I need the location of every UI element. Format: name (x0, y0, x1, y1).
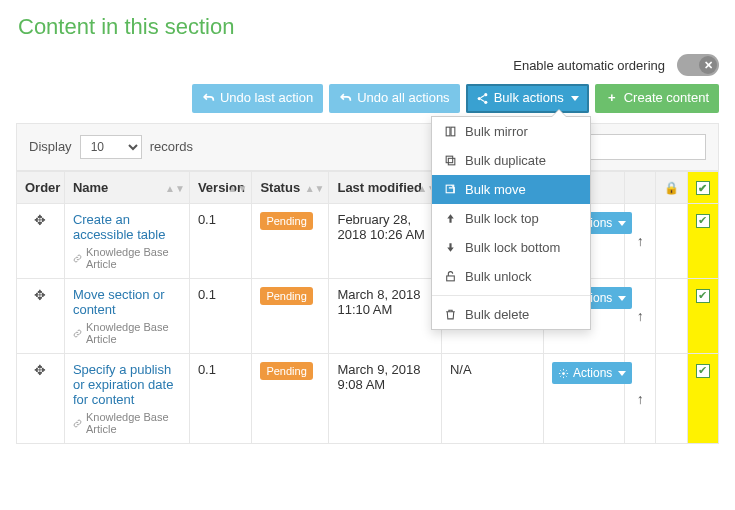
caret-down-icon (571, 96, 579, 101)
row-checkbox[interactable] (696, 214, 710, 228)
toolbar: Undo last action Undo all actions Bulk a… (16, 84, 719, 113)
move-to-top-icon[interactable]: ↑ (637, 233, 644, 249)
auto-ordering-label: Enable automatic ordering (513, 58, 665, 73)
row-checkbox[interactable] (696, 289, 710, 303)
svg-rect-6 (446, 156, 453, 163)
menu-item-label: Bulk delete (465, 307, 529, 322)
content-table: Order Name▲▼ Version▲▼ Status▲▼ Last mod… (16, 171, 719, 445)
menu-item-label: Bulk mirror (465, 124, 528, 139)
undo-all-button[interactable]: Undo all actions (329, 84, 460, 113)
undo-icon (339, 92, 352, 105)
unlock-icon (444, 270, 457, 283)
content-subtype: Knowledge Base Article (73, 411, 181, 435)
bulk-delete-item[interactable]: Bulk delete (432, 300, 590, 329)
last-modified-cell: February 28, 2018 10:26 AM (329, 204, 441, 279)
link-icon (73, 328, 82, 339)
menu-item-label: Bulk unlock (465, 269, 531, 284)
bulk-actions-menu: Bulk mirror Bulk duplicate Bulk move Bul… (431, 116, 591, 330)
button-label: Bulk actions (494, 90, 564, 107)
content-name-link[interactable]: Specify a publish or expiration date for… (73, 362, 181, 407)
table-row: ✥ Specify a publish or expiration date f… (17, 354, 719, 444)
svg-point-11 (562, 372, 565, 375)
display-label: Display (29, 139, 72, 154)
col-select-all[interactable] (687, 171, 718, 204)
bulk-actions-button[interactable]: Bulk actions (466, 84, 589, 113)
move-to-top-icon[interactable]: ↑ (637, 391, 644, 407)
svg-rect-4 (451, 127, 455, 136)
bulk-unlock-item[interactable]: Bulk unlock (432, 262, 590, 291)
drag-handle-icon[interactable]: ✥ (34, 287, 46, 303)
button-label: Create content (624, 90, 709, 107)
filters-bar: Display 10 records (16, 123, 719, 171)
drag-handle-icon[interactable]: ✥ (34, 362, 46, 378)
link-icon (73, 253, 82, 264)
version-cell: 0.1 (189, 279, 251, 354)
duplicate-icon (444, 154, 457, 167)
row-checkbox[interactable] (696, 364, 710, 378)
svg-rect-3 (446, 127, 450, 136)
bulk-mirror-item[interactable]: Bulk mirror (432, 117, 590, 146)
plus-icon: + (605, 90, 619, 107)
caret-down-icon (618, 371, 626, 376)
status-cell: Pending (252, 279, 329, 354)
row-actions-button[interactable]: Actions (552, 362, 632, 384)
content-subtype: Knowledge Base Article (73, 321, 181, 345)
table-row: ✥ Create an accessible table Knowledge B… (17, 204, 719, 279)
gear-icon (558, 368, 569, 379)
content-name-link[interactable]: Move section or content (73, 287, 181, 317)
move-icon (444, 183, 457, 196)
caret-down-icon (618, 296, 626, 301)
col-move-top (625, 171, 656, 204)
content-name-link[interactable]: Create an accessible table (73, 212, 181, 242)
menu-separator (432, 295, 590, 296)
create-content-button[interactable]: + Create content (595, 84, 719, 113)
col-status[interactable]: Status▲▼ (252, 171, 329, 204)
trash-icon (444, 308, 457, 321)
menu-item-label: Bulk lock bottom (465, 240, 560, 255)
last-modified-cell: March 8, 2018 11:10 AM (329, 279, 441, 354)
col-order[interactable]: Order (17, 171, 65, 204)
menu-item-label: Bulk lock top (465, 211, 539, 226)
version-cell: 0.1 (189, 354, 251, 444)
bulk-lock-top-item[interactable]: Bulk lock top (432, 204, 590, 233)
mirror-icon (444, 125, 457, 138)
lock-icon: 🔒 (664, 181, 679, 195)
drag-handle-icon[interactable]: ✥ (34, 212, 46, 228)
col-name[interactable]: Name▲▼ (64, 171, 189, 204)
menu-item-label: Bulk move (465, 182, 526, 197)
arrow-up-icon (444, 212, 457, 225)
svg-point-2 (484, 101, 487, 104)
page-size-select[interactable]: 10 (80, 135, 142, 159)
status-cell: Pending (252, 204, 329, 279)
status-badge: Pending (260, 287, 312, 305)
actions-cell: Actions (543, 354, 624, 444)
col-last-modified[interactable]: Last modified▲▼ (329, 171, 441, 204)
status-cell: Pending (252, 354, 329, 444)
menu-item-label: Bulk duplicate (465, 153, 546, 168)
caret-down-icon (618, 221, 626, 226)
button-label: Undo last action (220, 90, 313, 107)
col-version[interactable]: Version▲▼ (189, 171, 251, 204)
records-label: records (150, 139, 193, 154)
bulk-move-item[interactable]: Bulk move (432, 175, 590, 204)
button-label: Undo all actions (357, 90, 450, 107)
svg-rect-8 (447, 276, 455, 281)
content-subtype: Knowledge Base Article (73, 246, 181, 270)
svg-point-1 (484, 93, 487, 96)
page-title: Content in this section (18, 14, 719, 40)
col-lock: 🔒 (656, 171, 687, 204)
expiration-cell: N/A (441, 354, 543, 444)
bulk-lock-bottom-item[interactable]: Bulk lock bottom (432, 233, 590, 262)
arrow-down-icon (444, 241, 457, 254)
share-icon (476, 92, 489, 105)
status-badge: Pending (260, 212, 312, 230)
version-cell: 0.1 (189, 204, 251, 279)
move-to-top-icon[interactable]: ↑ (637, 308, 644, 324)
select-all-checkbox[interactable] (696, 181, 710, 195)
svg-rect-5 (448, 158, 455, 165)
bulk-duplicate-item[interactable]: Bulk duplicate (432, 146, 590, 175)
undo-icon (202, 92, 215, 105)
auto-ordering-toggle[interactable] (677, 54, 719, 76)
svg-point-0 (477, 97, 480, 100)
undo-last-button[interactable]: Undo last action (192, 84, 323, 113)
